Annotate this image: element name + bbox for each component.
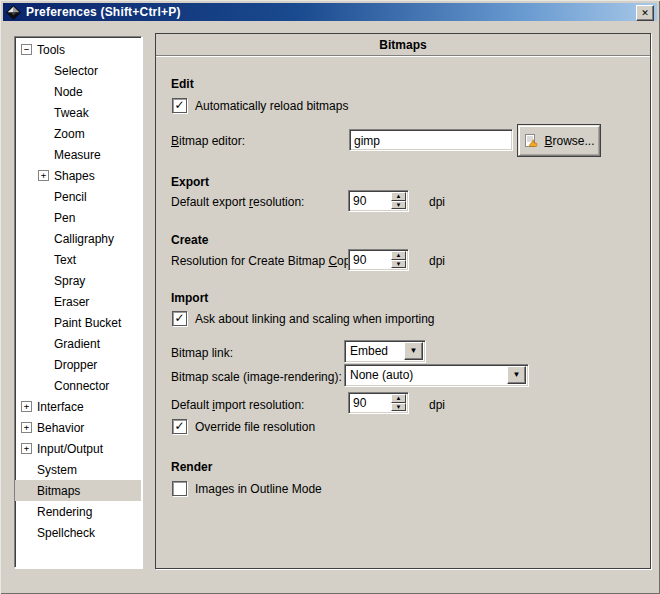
check-icon: ✓: [174, 100, 184, 111]
ask-linking-checkbox[interactable]: ✓ Ask about linking and scaling when imp…: [172, 311, 434, 326]
window-title: Preferences (Shift+Ctrl+P): [26, 5, 181, 19]
header-divider: [156, 56, 650, 57]
checkbox-box[interactable]: ✓: [172, 419, 187, 434]
chevron-down-icon: ▼: [513, 371, 521, 379]
import-heading: Import: [171, 291, 208, 305]
sidebar-item-text[interactable]: Text: [15, 249, 141, 270]
check-icon: ✓: [174, 421, 184, 432]
bitmap-editor-input[interactable]: [349, 129, 512, 150]
sidebar-item-paint-bucket[interactable]: Paint Bucket: [15, 312, 141, 333]
spin-down-button[interactable]: ▼: [391, 403, 406, 412]
close-icon: ✕: [641, 8, 649, 18]
sidebar-item-zoom[interactable]: Zoom: [15, 123, 141, 144]
sidebar-item-tweak[interactable]: Tweak: [15, 102, 141, 123]
sidebar-item-gradient[interactable]: Gradient: [15, 333, 141, 354]
spin-up-button[interactable]: ▲: [391, 192, 406, 201]
sidebar-item-spellcheck[interactable]: Spellcheck: [15, 522, 141, 543]
import-resolution-spinner[interactable]: 90 ▲ ▼: [348, 392, 408, 413]
collapse-minus-icon[interactable]: −: [21, 44, 32, 55]
sidebar-item-bitmaps[interactable]: Bitmaps: [15, 480, 141, 501]
export-resolution-spinner[interactable]: 90 ▲ ▼: [348, 190, 408, 211]
sidebar-item-connector[interactable]: Connector: [15, 375, 141, 396]
sidebar-item-node[interactable]: Node: [15, 81, 141, 102]
images-outline-checkbox[interactable]: Images in Outline Mode: [172, 481, 322, 496]
ask-linking-label: Ask about linking and scaling when impor…: [195, 312, 434, 326]
spin-down-button[interactable]: ▼: [391, 201, 406, 210]
sidebar-item-selector[interactable]: Selector: [15, 60, 141, 81]
override-resolution-checkbox[interactable]: ✓ Override file resolution: [172, 419, 315, 434]
export-resolution-label: Default export resolution:: [171, 195, 304, 209]
create-copy-resolution-spinner[interactable]: 90 ▲ ▼: [348, 249, 408, 270]
spinner-value[interactable]: 90: [348, 249, 391, 270]
spin-down-button[interactable]: ▼: [391, 260, 406, 269]
checkbox-box[interactable]: ✓: [172, 311, 187, 326]
inkscape-icon: [6, 5, 21, 20]
edit-heading: Edit: [171, 77, 194, 91]
override-resolution-label: Override file resolution: [195, 420, 315, 434]
expand-plus-icon[interactable]: +: [21, 401, 32, 412]
import-unit-label: dpi: [429, 398, 445, 412]
spin-down-icon: ▼: [396, 261, 402, 267]
create-copy-resolution-label: Resolution for Create Bitmap Copy:: [171, 254, 360, 268]
bitmap-link-value: Embed: [344, 340, 402, 362]
spinner-value[interactable]: 90: [348, 392, 391, 413]
render-heading: Render: [171, 460, 212, 474]
bitmap-scale-select[interactable]: None (auto) ▼: [344, 364, 528, 386]
dropdown-button[interactable]: ▼: [507, 366, 526, 384]
spinner-value[interactable]: 90: [348, 190, 391, 211]
sidebar-item-eraser[interactable]: Eraser: [15, 291, 141, 312]
open-file-icon: [523, 133, 539, 149]
sidebar-item-calligraphy[interactable]: Calligraphy: [15, 228, 141, 249]
sidebar-item-shapes[interactable]: + Shapes: [15, 165, 141, 186]
sidebar-item-system[interactable]: System: [15, 459, 141, 480]
spin-down-icon: ▼: [396, 202, 402, 208]
sidebar-item-pencil[interactable]: Pencil: [15, 186, 141, 207]
title-bar[interactable]: Preferences (Shift+Ctrl+P) ✕: [3, 3, 657, 21]
auto-reload-checkbox[interactable]: ✓ Automatically reload bitmaps: [172, 98, 348, 113]
export-unit-label: dpi: [429, 195, 445, 209]
create-heading: Create: [171, 233, 208, 247]
close-button[interactable]: ✕: [636, 5, 654, 21]
preferences-dialog: Preferences (Shift+Ctrl+P) ✕ − Tools Sel…: [0, 0, 660, 594]
create-unit-label: dpi: [429, 254, 445, 268]
page-title: Bitmaps: [156, 34, 650, 56]
chevron-down-icon: ▼: [410, 347, 418, 355]
spin-down-icon: ▼: [396, 404, 402, 410]
images-outline-label: Images in Outline Mode: [195, 482, 322, 496]
check-icon: ✓: [174, 313, 184, 324]
sidebar-item-interface[interactable]: + Interface: [15, 396, 141, 417]
browse-button[interactable]: Browse...: [518, 125, 600, 156]
sidebar-item-measure[interactable]: Measure: [15, 144, 141, 165]
spin-up-icon: ▲: [396, 395, 402, 401]
checkbox-box[interactable]: [172, 481, 187, 496]
browse-label: Browse...: [544, 134, 594, 148]
sidebar-item-tools[interactable]: − Tools: [15, 39, 141, 60]
sidebar-item-pen[interactable]: Pen: [15, 207, 141, 228]
spin-up-icon: ▲: [396, 252, 402, 258]
sidebar-item-rendering[interactable]: Rendering: [15, 501, 141, 522]
expand-plus-icon[interactable]: +: [21, 422, 32, 433]
bitmap-link-label: Bitmap link:: [171, 346, 233, 360]
bitmap-editor-label: Bitmap editor:: [171, 134, 245, 148]
spin-up-button[interactable]: ▲: [391, 394, 406, 403]
export-heading: Export: [171, 175, 209, 189]
bitmap-scale-label: Bitmap scale (image-rendering):: [171, 370, 342, 384]
sidebar-item-spray[interactable]: Spray: [15, 270, 141, 291]
bitmap-scale-value: None (auto): [344, 364, 505, 386]
expand-plus-icon[interactable]: +: [21, 443, 32, 454]
sidebar-item-dropper[interactable]: Dropper: [15, 354, 141, 375]
bitmap-link-select[interactable]: Embed ▼: [344, 340, 425, 362]
sidebar-item-input-output[interactable]: + Input/Output: [15, 438, 141, 459]
expand-plus-icon[interactable]: +: [38, 170, 49, 181]
auto-reload-label: Automatically reload bitmaps: [195, 99, 348, 113]
bitmaps-panel: Bitmaps Edit ✓ Automatically reload bitm…: [155, 33, 651, 569]
spin-up-button[interactable]: ▲: [391, 251, 406, 260]
checkbox-box[interactable]: ✓: [172, 98, 187, 113]
preferences-tree: − Tools Selector Node Tweak Zoom Measure…: [14, 36, 142, 568]
import-resolution-label: Default import resolution:: [171, 398, 304, 412]
spin-up-icon: ▲: [396, 193, 402, 199]
sidebar-item-behavior[interactable]: + Behavior: [15, 417, 141, 438]
dropdown-button[interactable]: ▼: [404, 342, 423, 360]
